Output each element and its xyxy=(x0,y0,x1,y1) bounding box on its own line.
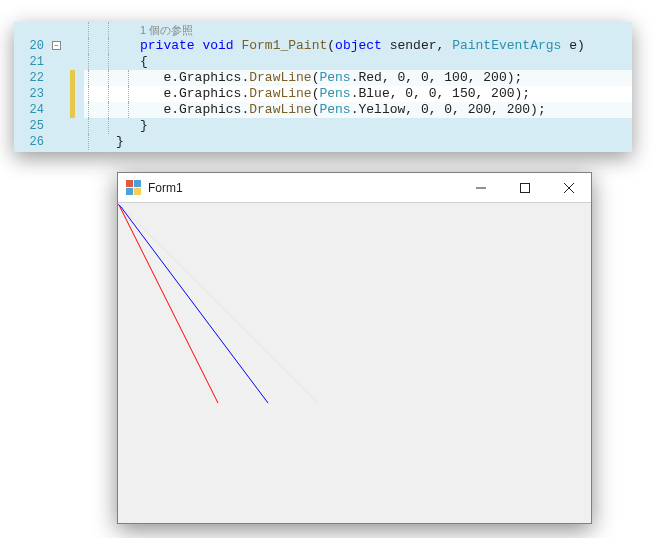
code-text[interactable]: } xyxy=(116,134,632,150)
gutter xyxy=(48,134,84,150)
minimize-button[interactable] xyxy=(459,173,503,203)
gutter xyxy=(48,22,84,38)
client-area xyxy=(118,203,591,523)
codelens-row: 1 個の参照 xyxy=(14,22,632,38)
line-number: 23 xyxy=(14,86,48,102)
gutter xyxy=(48,102,84,118)
code-text[interactable]: } xyxy=(140,118,632,134)
codelens[interactable]: 1 個の参照 xyxy=(140,22,632,38)
code-line-current[interactable]: 23 e.Graphics.DrawLine(Pens.Blue, 0, 0, … xyxy=(14,86,632,102)
window-title: Form1 xyxy=(148,181,459,195)
maximize-icon xyxy=(520,183,530,193)
code-line[interactable]: 27 xyxy=(14,150,632,152)
gutter xyxy=(48,118,84,134)
drawn-line xyxy=(118,203,268,403)
titlebar[interactable]: Form1 xyxy=(118,173,591,203)
maximize-button[interactable] xyxy=(503,173,547,203)
fold-icon[interactable]: − xyxy=(52,41,61,50)
code-line[interactable]: 20 − private void Form1_Paint(object sen… xyxy=(14,38,632,54)
code-line[interactable]: 25 } xyxy=(14,118,632,134)
code-editor[interactable]: 1 個の参照 20 − private void Form1_Paint(obj… xyxy=(14,22,632,152)
change-marker xyxy=(70,70,75,86)
line-number: 21 xyxy=(14,54,48,70)
gutter xyxy=(48,86,84,102)
code-line[interactable]: 22 e.Graphics.DrawLine(Pens.Red, 0, 0, 1… xyxy=(14,70,632,86)
code-text[interactable]: { xyxy=(140,54,632,70)
code-text[interactable]: e.Graphics.DrawLine(Pens.Blue, 0, 0, 150… xyxy=(140,86,632,102)
gutter xyxy=(48,54,84,70)
paint-surface xyxy=(118,203,591,524)
gutter[interactable]: − xyxy=(48,38,84,54)
svg-rect-1 xyxy=(521,183,530,192)
form1-window[interactable]: Form1 xyxy=(117,172,592,524)
close-button[interactable] xyxy=(547,173,591,203)
code-text[interactable]: e.Graphics.DrawLine(Pens.Yellow, 0, 0, 2… xyxy=(140,102,632,118)
code-text[interactable]: private void Form1_Paint(object sender, … xyxy=(140,38,632,54)
code-line[interactable]: 26 } xyxy=(14,134,632,150)
line-number: 26 xyxy=(14,134,48,150)
line-number: 25 xyxy=(14,118,48,134)
drawn-line xyxy=(118,203,318,403)
code-line[interactable]: 24 e.Graphics.DrawLine(Pens.Yellow, 0, 0… xyxy=(14,102,632,118)
change-marker xyxy=(70,86,75,102)
drawn-line xyxy=(118,203,218,403)
gutter xyxy=(48,70,84,86)
minimize-icon xyxy=(476,183,486,193)
line-number: 24 xyxy=(14,102,48,118)
code-text[interactable]: e.Graphics.DrawLine(Pens.Red, 0, 0, 100,… xyxy=(140,70,632,86)
app-icon xyxy=(126,180,142,196)
line-number: 20 xyxy=(14,38,48,54)
line-number: 22 xyxy=(14,70,48,86)
gutter xyxy=(48,150,84,152)
code-line[interactable]: 21 { xyxy=(14,54,632,70)
change-marker xyxy=(70,102,75,118)
line-number: 27 xyxy=(14,150,48,152)
close-icon xyxy=(564,183,574,193)
